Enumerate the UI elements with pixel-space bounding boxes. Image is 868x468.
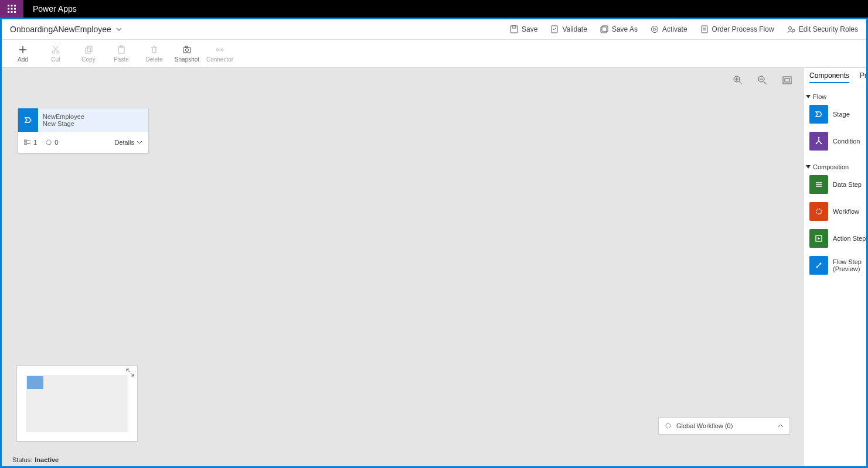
component-workflow-label: Workflow [833,208,859,215]
delete-icon [149,45,159,54]
process-name-dropdown[interactable]: OnboardingANewEmployee [10,25,122,34]
svg-point-35 [46,140,51,145]
cut-icon [51,45,60,54]
group-flow-label: Flow [813,93,826,100]
delete-label: Delete [146,56,163,63]
edit-security-roles-button[interactable]: Edit Security Roles [787,25,858,33]
minimap[interactable] [16,365,138,442]
component-stage[interactable]: Stage [804,104,866,125]
wf-count-value: 0 [55,139,58,146]
component-condition[interactable]: Condition [804,131,866,152]
svg-rect-33 [25,140,26,142]
fit-screen-button[interactable] [782,75,792,86]
save-as-label: Save As [612,25,638,33]
workflow-icon [809,202,828,221]
status-value: Inactive [35,456,59,463]
svg-point-27 [216,49,219,51]
zoom-out-icon [757,75,768,86]
svg-point-28 [221,49,223,51]
save-as-button[interactable]: Save As [600,25,638,33]
flow-step-icon [809,256,828,275]
tab-components[interactable]: Components [809,71,849,83]
svg-point-39 [818,137,820,138]
svg-rect-9 [510,26,518,33]
stage-icon [809,105,828,124]
svg-rect-24 [183,47,190,53]
component-data-step-label: Data Step [833,181,862,188]
save-icon [510,25,518,33]
svg-point-18 [52,51,55,53]
svg-rect-26 [185,46,188,47]
connector-icon [215,45,224,54]
svg-rect-31 [783,77,791,84]
copy-label: Copy [81,56,95,63]
stage-name: New Stage [43,120,144,127]
svg-rect-22 [118,47,124,53]
zoom-in-icon [733,75,743,86]
app-title: Power Apps [23,4,86,13]
component-flow-step[interactable]: Flow Step(Preview) [804,255,866,276]
global-workflow-toggle[interactable]: Global Workflow (0) [658,417,790,435]
svg-point-38 [821,143,822,145]
component-data-step[interactable]: Data Step [804,174,866,195]
stage-details-toggle[interactable]: Details [114,139,142,146]
zoom-out-button[interactable] [757,75,768,86]
plus-icon [18,45,28,54]
svg-rect-32 [785,78,789,82]
zoom-in-button[interactable] [733,75,743,86]
component-action-step-label: Action Step [833,235,866,242]
fit-icon [782,75,792,86]
cut-button[interactable]: Cut [39,40,72,68]
app-launcher-button[interactable] [0,0,23,18]
activate-button[interactable]: Activate [651,25,687,33]
group-composition[interactable]: Composition [804,158,866,174]
snapshot-button[interactable]: Snapshot [171,40,203,68]
svg-point-19 [57,51,59,53]
validate-icon [550,25,559,33]
delete-button[interactable]: Delete [138,40,171,68]
svg-point-25 [186,49,189,52]
condition-icon [809,132,828,151]
svg-rect-0 [8,5,9,6]
svg-point-37 [816,143,818,145]
edit-security-label: Edit Security Roles [799,25,858,33]
connector-button[interactable]: Connector [203,40,236,68]
component-condition-label: Condition [833,138,860,145]
validate-label: Validate [562,25,587,33]
svg-point-16 [788,27,791,30]
step-count-value: 1 [33,139,37,146]
save-as-icon [600,25,608,33]
component-workflow[interactable]: Workflow [804,201,866,222]
status-label: Status: [12,456,32,463]
save-button[interactable]: Save [510,25,537,33]
svg-rect-4 [11,8,13,10]
activate-icon [651,25,659,33]
order-process-flow-button[interactable]: Order Process Flow [700,25,774,33]
svg-rect-5 [14,8,16,10]
paste-icon [117,45,126,54]
process-name-text: OnboardingANewEmployee [10,25,111,34]
tab-properties[interactable]: Pro [860,71,866,83]
security-icon [787,25,795,33]
copy-button[interactable]: Copy [72,40,105,68]
add-button[interactable]: Add [6,40,39,68]
svg-point-36 [666,423,670,428]
svg-rect-34 [25,143,26,145]
global-workflow-label: Global Workflow (0) [676,422,733,429]
stage-card[interactable]: NewEmployee New Stage 1 0 [18,108,149,153]
svg-rect-3 [8,8,9,10]
group-flow[interactable]: Flow [804,87,866,104]
action-step-icon [809,229,828,248]
component-action-step[interactable]: Action Step [804,228,866,249]
designer-canvas[interactable]: NewEmployee New Stage 1 0 [2,68,803,466]
workflow-small-icon [45,139,52,146]
triangle-down-icon [806,165,811,169]
paste-button[interactable]: Paste [105,40,138,68]
add-label: Add [18,56,28,63]
connector-label: Connector [206,56,233,63]
paste-label: Paste [114,56,129,63]
chevron-down-icon [137,139,142,145]
waffle-icon [8,5,16,13]
group-composition-label: Composition [813,163,849,170]
validate-button[interactable]: Validate [550,25,587,33]
